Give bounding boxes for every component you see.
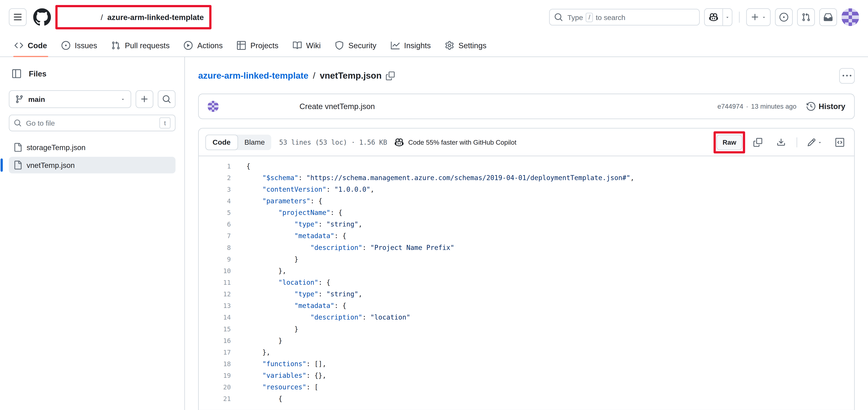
file-tree-item[interactable]: vnetTemp.json (9, 157, 175, 173)
tab-label: Settings (459, 41, 487, 50)
code-line: 15 } (199, 324, 854, 335)
code-view-toggle[interactable]: Code (205, 134, 238, 150)
tab-label: Insights (404, 41, 431, 50)
download-raw-button[interactable] (773, 134, 789, 150)
code-line: 8 "description": "Project Name Prefix" (199, 242, 854, 254)
inbox-button[interactable] (819, 8, 837, 26)
commit-meta: e744974 · 13 minutes ago (717, 102, 797, 110)
repo-tab[interactable]: Issues (57, 34, 101, 57)
blame-view-toggle[interactable]: Blame (238, 134, 271, 150)
raw-button-wrap: Raw (716, 134, 742, 150)
search-files-button[interactable] (158, 90, 176, 108)
line-number[interactable]: 13 (199, 300, 233, 312)
line-content: "contentVersion": "1.0.0.0", (233, 184, 374, 196)
line-number[interactable]: 2 (199, 172, 233, 184)
line-number[interactable]: 19 (199, 370, 233, 382)
line-number[interactable]: 6 (199, 219, 233, 231)
plus-icon (140, 95, 149, 104)
line-number[interactable]: 1 (199, 161, 233, 172)
hamburger-menu-button[interactable] (9, 8, 27, 26)
plus-icon (751, 13, 760, 22)
search-placeholder-suffix: to search (596, 13, 625, 22)
line-number[interactable]: 9 (199, 254, 233, 265)
copy-path-button[interactable] (386, 71, 395, 80)
more-options-button[interactable] (839, 68, 855, 84)
line-number[interactable]: 7 (199, 231, 233, 242)
search-icon (14, 119, 22, 127)
code-line: 19 "variables": {}, (199, 370, 854, 382)
collapse-sidebar-button[interactable] (9, 66, 24, 82)
code-line: 2 "$schema": "https://schema.management.… (199, 172, 854, 184)
tab-icon (391, 41, 400, 50)
file-tree: storageTemp.json vnetTemp.json (9, 139, 175, 174)
line-content: } (233, 335, 282, 347)
new-file-button[interactable] (135, 90, 153, 108)
line-number[interactable]: 21 (199, 393, 233, 405)
pull-requests-button[interactable] (797, 8, 815, 26)
repo-tab[interactable]: Security (331, 34, 381, 57)
line-number[interactable]: 15 (199, 324, 233, 335)
symbols-panel-button[interactable] (832, 134, 847, 150)
raw-button[interactable]: Raw (716, 134, 742, 150)
copy-raw-content-button[interactable] (750, 134, 766, 150)
copilot-button[interactable] (704, 8, 733, 26)
repo-tab[interactable]: Wiki (288, 34, 325, 57)
issue-opened-icon (779, 13, 788, 22)
copilot-banner-text: Code 55% faster with GitHub Copilot (408, 138, 517, 146)
line-number[interactable]: 8 (199, 242, 233, 254)
line-content: "functions": [], (233, 358, 327, 370)
line-content: "projectName": { (233, 207, 343, 219)
branch-selector[interactable]: main (9, 90, 131, 108)
line-number[interactable]: 17 (199, 347, 233, 358)
commit-sha[interactable]: e744974 (717, 102, 743, 110)
copilot-banner[interactable]: Code 55% faster with GitHub Copilot (395, 138, 517, 146)
commit-message[interactable]: Create vnetTemp.json (300, 102, 375, 111)
toolbar-divider (797, 137, 797, 147)
copilot-button-main[interactable] (705, 9, 722, 25)
commit-author-avatar[interactable] (208, 101, 219, 112)
file-icon (13, 161, 22, 170)
go-to-file-input[interactable]: Go to file t (9, 115, 175, 131)
files-sidebar: Files main Go to file t (0, 57, 185, 410)
line-number[interactable]: 10 (199, 265, 233, 277)
repo-nav: Code Issues Pull requests Actions Projec… (0, 34, 868, 57)
file-name: storageTemp.json (27, 143, 86, 152)
line-number[interactable]: 18 (199, 358, 233, 370)
edit-file-button[interactable] (805, 134, 824, 150)
global-search-input[interactable]: Type / to search (549, 9, 700, 25)
line-number[interactable]: 20 (199, 382, 233, 393)
breadcrumb-repo[interactable]: azure-arm-linked-template (107, 13, 204, 22)
header-divider (739, 11, 740, 23)
github-logo[interactable] (33, 8, 51, 26)
user-avatar[interactable] (841, 8, 859, 26)
download-icon (777, 138, 785, 146)
code-line: 5 "projectName": { (199, 207, 854, 219)
line-number[interactable]: 5 (199, 207, 233, 219)
line-content: "description": "Project Name Prefix" (233, 242, 455, 254)
tab-label: Wiki (306, 41, 321, 50)
file-name: vnetTemp.json (27, 161, 75, 169)
file-view-main: azure-arm-linked-template / vnetTemp.jso… (185, 57, 868, 410)
breadcrumb-owner[interactable] (63, 12, 96, 22)
issues-button[interactable] (775, 8, 793, 26)
repo-tab[interactable]: Code (10, 34, 52, 57)
create-new-button[interactable] (746, 8, 771, 26)
tab-icon (335, 41, 344, 50)
line-number[interactable]: 4 (199, 196, 233, 207)
line-number[interactable]: 14 (199, 312, 233, 324)
file-tree-item[interactable]: storageTemp.json (9, 139, 175, 156)
repo-root-link[interactable]: azure-arm-linked-template (198, 71, 308, 81)
repo-tab[interactable]: Insights (386, 34, 435, 57)
repo-tab[interactable]: Projects (233, 34, 283, 57)
code-line: 11 "location": { (199, 277, 854, 289)
repo-tab[interactable]: Actions (180, 34, 227, 57)
repo-tab[interactable]: Settings (441, 34, 491, 57)
copilot-dropdown[interactable] (722, 9, 732, 25)
line-number[interactable]: 12 (199, 289, 233, 300)
repo-tab[interactable]: Pull requests (107, 34, 174, 57)
go-to-file-placeholder: Go to file (26, 119, 155, 127)
line-number[interactable]: 16 (199, 335, 233, 347)
line-number[interactable]: 3 (199, 184, 233, 196)
history-button[interactable]: History (806, 102, 845, 111)
line-number[interactable]: 11 (199, 277, 233, 289)
